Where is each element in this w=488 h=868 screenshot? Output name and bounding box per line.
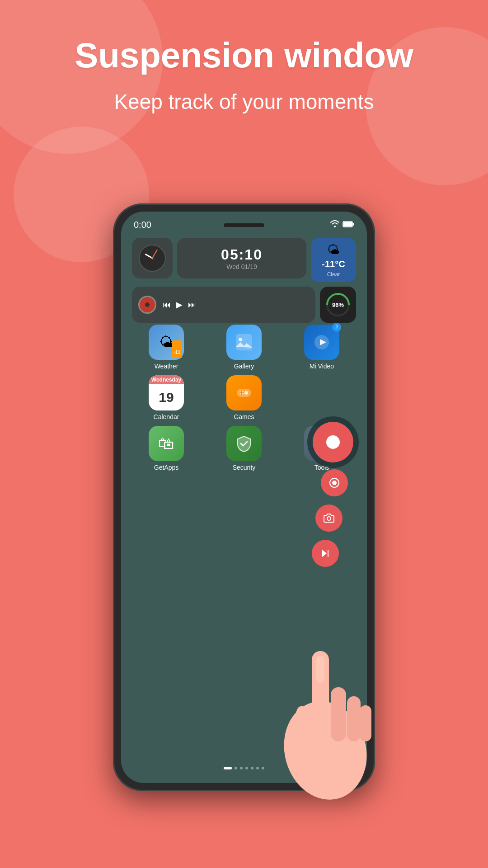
battery-status-icon — [343, 220, 354, 230]
svg-point-18 — [327, 517, 331, 520]
security-app-label: Security — [233, 464, 256, 471]
dot-active — [224, 767, 232, 769]
svg-rect-3 — [236, 334, 252, 350]
tools-app-label: Tools — [314, 464, 329, 471]
prev-button[interactable]: ⏮ — [163, 300, 171, 310]
dot-1 — [235, 767, 237, 769]
svg-rect-1 — [352, 223, 354, 226]
app-item-empty — [283, 375, 361, 420]
games-app-label: Games — [234, 413, 254, 420]
dot-2 — [240, 767, 243, 769]
floating-main-inner — [326, 435, 340, 449]
dot-3 — [245, 767, 248, 769]
cal-header: Wednesday — [149, 375, 184, 384]
svg-rect-20 — [328, 550, 328, 557]
music-controls[interactable]: ⏮ ▶ ⏭ — [163, 300, 196, 310]
digital-clock-widget[interactable]: 05:10 Wed 01/19 — [177, 238, 306, 278]
cal-date: 19 — [149, 384, 184, 410]
gallery-app-icon — [226, 325, 262, 360]
phone-container: 0:00 — [113, 203, 375, 791]
svg-rect-2 — [343, 222, 352, 226]
svg-rect-23 — [331, 687, 346, 741]
svg-point-9 — [244, 391, 248, 395]
digital-time: 05:10 — [221, 246, 263, 263]
gallery-app-label: Gallery — [234, 363, 254, 370]
next-button[interactable]: ⏭ — [188, 300, 196, 310]
music-record-inner — [145, 302, 150, 307]
floating-video-button[interactable] — [312, 540, 339, 567]
svg-rect-25 — [360, 705, 371, 741]
floating-camera-button[interactable] — [315, 505, 343, 532]
svg-point-4 — [239, 338, 242, 341]
main-title: Suspension window — [27, 36, 461, 75]
weather-widget[interactable]: 🌤 -11°C Clear — [311, 238, 356, 282]
status-icons — [330, 220, 354, 230]
phone-body: 0:00 — [113, 203, 375, 791]
svg-marker-19 — [322, 550, 327, 557]
svg-rect-24 — [347, 696, 361, 741]
calendar-app-label: Calendar — [154, 413, 179, 420]
floating-record-button[interactable] — [321, 469, 348, 496]
app-item-security[interactable]: Security — [205, 426, 283, 471]
battery-circle: 96% — [326, 293, 350, 316]
hand-illustration — [249, 579, 402, 805]
weather-temp: -11°C — [322, 259, 345, 269]
weather-icon: 🌤 — [327, 242, 340, 257]
app-item-getapps[interactable]: 🛍 GetApps — [127, 426, 205, 471]
clock-face — [139, 245, 166, 272]
battery-arc — [321, 288, 355, 321]
calendar-app-icon: Wednesday 19 — [149, 375, 184, 410]
weather-app-icon: 🌤 -11 — [149, 325, 184, 360]
play-button[interactable]: ▶ — [176, 300, 183, 310]
status-bar: 0:00 — [134, 220, 354, 230]
floating-main-button[interactable] — [313, 422, 353, 462]
app-item-mivideo[interactable]: 2 Mi Video — [283, 325, 361, 370]
music-widget[interactable]: ⏮ ▶ ⏭ — [132, 287, 315, 323]
app-item-weather[interactable]: 🌤 -11 Weather — [127, 325, 205, 370]
clock-widget[interactable] — [132, 238, 173, 278]
digital-date: Wed 01/19 — [226, 263, 257, 270]
mivideo-app-icon: 2 — [304, 325, 339, 360]
widget-row-2: ⏮ ▶ ⏭ 96% — [132, 287, 356, 323]
clock-dot — [151, 257, 154, 259]
sub-title: Keep track of your moments — [27, 89, 461, 116]
mivideo-app-label: Mi Video — [310, 363, 334, 370]
widget-row-1: 05:10 Wed 01/19 🌤 -11°C Clear — [132, 238, 356, 282]
battery-widget[interactable]: 96% — [320, 287, 356, 323]
app-item-games[interactable]: Games — [205, 375, 283, 420]
status-time: 0:00 — [134, 220, 151, 230]
getapps-app-label: GetApps — [154, 464, 178, 471]
music-record-icon — [138, 296, 156, 314]
getapps-app-icon: 🛍 — [149, 426, 184, 461]
svg-rect-7 — [237, 389, 251, 397]
svg-rect-27 — [316, 656, 324, 683]
mivideo-badge: 2 — [332, 323, 341, 332]
svg-point-16 — [332, 481, 337, 485]
widget-area: 05:10 Wed 01/19 🌤 -11°C Clear — [132, 238, 356, 331]
header-section: Suspension window Keep track of your mom… — [0, 36, 488, 116]
app-item-gallery[interactable]: Gallery — [205, 325, 283, 370]
security-app-icon — [226, 426, 262, 461]
games-app-icon — [226, 375, 262, 410]
weather-desc: Clear — [327, 271, 340, 278]
weather-app-label: Weather — [155, 363, 178, 370]
wifi-icon — [330, 220, 340, 230]
app-item-calendar[interactable]: Wednesday 19 Calendar — [127, 375, 205, 420]
